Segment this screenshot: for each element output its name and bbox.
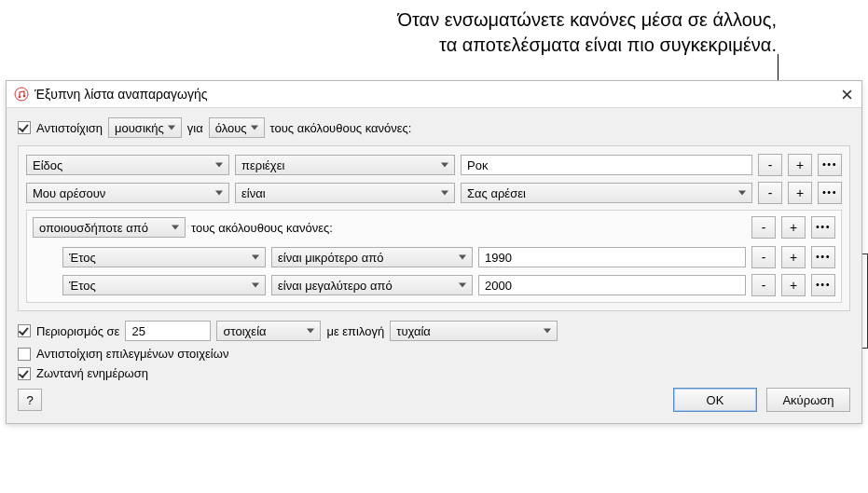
limit-by-label: με επιλογή <box>326 324 384 338</box>
annotation-line1: Όταν ενσωματώνετε κανόνες μέσα σε άλλους… <box>398 7 778 33</box>
svg-point-1 <box>19 96 21 99</box>
match-scope-select[interactable]: όλους <box>209 117 265 138</box>
dialog-body: Αντιστοίχιση μουσικής για όλους τους ακό… <box>7 108 861 423</box>
rules-panel: Είδος περιέχει Ροκ - + ••• Μου αρέσουν ε… <box>18 145 850 311</box>
cancel-button[interactable]: Ακύρωση <box>766 388 850 412</box>
rule-operator-select[interactable]: είναι μεγαλύτερο από <box>271 275 473 295</box>
nest-rule-button[interactable]: ••• <box>811 246 835 268</box>
rule-field-select[interactable]: Είδος <box>26 155 229 175</box>
live-update-row: Ζωντανή ενημέρωση <box>18 366 850 380</box>
titlebar: Έξυπνη λίστα αναπαραγωγής <box>7 81 861 108</box>
close-icon <box>842 89 852 100</box>
remove-rule-button[interactable]: - <box>751 246 776 268</box>
svg-point-2 <box>23 95 26 98</box>
annotation-pointer <box>778 54 778 80</box>
add-rule-button[interactable]: + <box>781 216 806 239</box>
add-rule-button[interactable]: + <box>788 154 812 176</box>
match-for-label: για <box>187 121 203 135</box>
match-row: Αντιστοίχιση μουσικής για όλους τους ακό… <box>18 117 850 138</box>
live-update-checkbox[interactable] <box>18 367 31 380</box>
svg-point-0 <box>15 88 28 101</box>
match-checked-label: Αντιστοίχιση επιλεγμένων στοιχείων <box>36 347 228 361</box>
nested-rule-row-2: Έτος είναι μεγαλύτερο από 2000 - + ••• <box>33 274 835 296</box>
callout-annotation: Όταν ενσωματώνετε κανόνες μέσα σε άλλους… <box>398 7 778 58</box>
ok-button[interactable]: OK <box>673 388 757 412</box>
nested-rule-row-1: Έτος είναι μικρότερο από 1990 - + ••• <box>33 246 835 268</box>
itunes-icon <box>14 87 29 102</box>
nested-following-label: τους ακόλουθους κανόνες: <box>191 221 333 235</box>
remove-rule-button[interactable]: - <box>758 154 782 176</box>
rule-field-select[interactable]: Μου αρέσουν <box>26 183 229 203</box>
rule-value-input[interactable]: Ροκ <box>461 155 752 175</box>
limit-by-select[interactable]: τυχαία <box>390 321 558 341</box>
remove-rule-button[interactable]: - <box>751 216 776 239</box>
nest-rule-button[interactable]: ••• <box>811 274 835 296</box>
dialog-title: Έξυπνη λίστα αναπαραγωγής <box>34 87 839 102</box>
rule-operator-select[interactable]: είναι μικρότερο από <box>271 247 473 267</box>
rule-row-2: Μου αρέσουν είναι Σας αρέσει - + ••• <box>26 182 842 204</box>
remove-rule-button[interactable]: - <box>751 274 776 296</box>
annotation-line2: τα αποτελέσματα είναι πιο συγκεκριμένα. <box>398 33 778 58</box>
match-library-select[interactable]: μουσικής <box>108 117 182 138</box>
match-checked-row: Αντιστοίχιση επιλεγμένων στοιχείων <box>18 347 850 361</box>
rule-field-select[interactable]: Έτος <box>62 275 266 295</box>
add-rule-button[interactable]: + <box>781 246 806 268</box>
match-label: Αντιστοίχιση <box>36 121 103 135</box>
dialog-footer: ? OK Ακύρωση <box>18 388 850 412</box>
nested-match-select[interactable]: οποιουσδήποτε από <box>33 217 186 238</box>
limit-checkbox[interactable] <box>18 324 31 337</box>
nest-rule-button[interactable]: ••• <box>818 154 842 176</box>
rule-value-input[interactable]: 2000 <box>478 275 746 295</box>
rule-value-select[interactable]: Σας αρέσει <box>461 183 752 203</box>
match-checkbox[interactable] <box>18 121 31 134</box>
close-button[interactable] <box>839 87 854 102</box>
rule-row-1: Είδος περιέχει Ροκ - + ••• <box>26 154 842 176</box>
add-rule-button[interactable]: + <box>781 274 806 296</box>
nest-rule-button[interactable]: ••• <box>818 182 842 204</box>
nested-header: οποιουσδήποτε από τους ακόλουθους κανόνε… <box>33 216 835 239</box>
add-rule-button[interactable]: + <box>788 182 812 204</box>
annotation-bracket-outer <box>862 253 868 349</box>
limit-unit-select[interactable]: στοιχεία <box>216 321 321 341</box>
limit-label: Περιορισμός σε <box>36 324 119 338</box>
limit-row: Περιορισμός σε 25 στοιχεία με επιλογή τυ… <box>18 321 850 341</box>
nest-rule-button[interactable]: ••• <box>811 216 835 239</box>
rule-operator-select[interactable]: είναι <box>235 183 455 203</box>
match-following-label: τους ακόλουθους κανόνες: <box>270 121 412 135</box>
match-checked-checkbox[interactable] <box>18 348 31 361</box>
rule-value-input[interactable]: 1990 <box>478 247 746 267</box>
remove-rule-button[interactable]: - <box>758 182 782 204</box>
rule-operator-select[interactable]: περιέχει <box>235 155 455 175</box>
help-button[interactable]: ? <box>18 389 42 411</box>
nested-rules-panel: οποιουσδήποτε από τους ακόλουθους κανόνε… <box>26 210 842 303</box>
limit-value-input[interactable]: 25 <box>125 321 211 341</box>
live-update-label: Ζωντανή ενημέρωση <box>36 366 148 380</box>
smart-playlist-dialog: Έξυπνη λίστα αναπαραγωγής Αντιστοίχιση μ… <box>6 80 862 424</box>
rule-field-select[interactable]: Έτος <box>62 247 266 267</box>
